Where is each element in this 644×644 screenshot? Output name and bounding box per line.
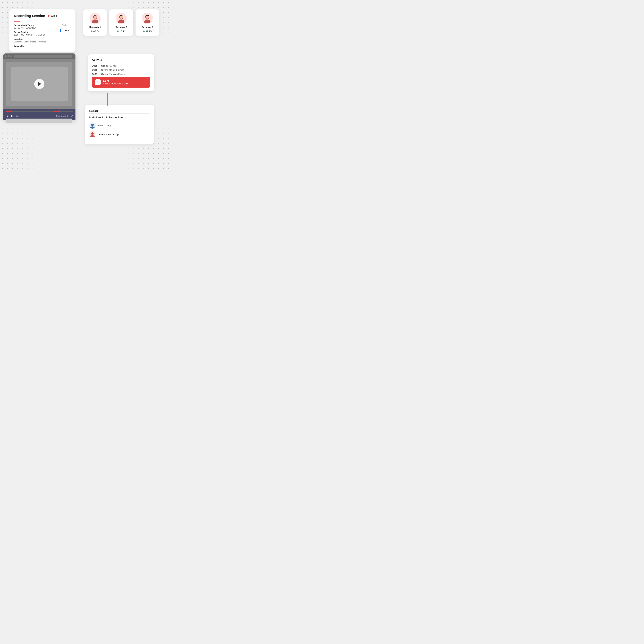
report-group-admin: Admin Group xyxy=(89,122,150,129)
video-screen xyxy=(3,59,75,109)
activity-time-1: 04:15 xyxy=(92,65,97,67)
reviewer-1-name: Reviewer 1 xyxy=(87,26,103,28)
dev-group-avatar xyxy=(89,131,96,137)
reviewer-1-status-dot xyxy=(91,31,92,32)
svg-point-16 xyxy=(91,132,94,135)
fullscreen-button[interactable]: ⤢ xyxy=(71,114,73,118)
reviewer-card-3: Reviewer 3 01:25 xyxy=(136,9,159,36)
report-underline xyxy=(89,113,150,114)
forward-button[interactable]: » xyxy=(16,114,19,118)
activity-alert: ! 04:21 Clicked on Malicious Link xyxy=(92,77,150,88)
dev-group-name: Development Group xyxy=(97,133,119,136)
avatar-2-icon xyxy=(117,14,126,23)
activity-title: Activity xyxy=(92,58,150,61)
report-card: Report Malicious Link Report Sent Admin … xyxy=(85,105,154,144)
video-base xyxy=(6,119,72,123)
activity-item-3: 04:17 – Clicked "Session Monitor" xyxy=(92,73,150,75)
reviewer-3-name: Reviewer 3 xyxy=(139,26,155,28)
reviewer-card-2: Reviewer 2 10:11 xyxy=(109,9,133,36)
dev-group-icon xyxy=(89,131,96,137)
reviewer-2-status-dot xyxy=(117,31,119,32)
reviewer-1-time: 08:04 xyxy=(87,30,103,33)
connector-line-1 xyxy=(77,24,86,24)
reviewer-2-time-value: 10:11 xyxy=(119,30,125,33)
jira-icon xyxy=(58,28,63,33)
activity-time-2: 04:16 xyxy=(92,69,97,71)
reviewer-3-status-dot xyxy=(143,31,145,32)
avatar-3-icon xyxy=(143,14,152,23)
avatar-1-icon xyxy=(90,14,100,23)
window-dot-2 xyxy=(8,55,9,57)
jira-text: JIRA xyxy=(64,29,69,32)
activity-desc-3: Clicked "Session Monitor" xyxy=(101,73,126,75)
session-label: Session Start Time – xyxy=(14,24,56,26)
reviewer-1-avatar xyxy=(89,13,101,24)
info-left: Session Start Time – 09 : 32 AM – 08/03/… xyxy=(14,24,56,47)
reviewers-section: Reviewer 1 08:04 Reviewer 2 10:11 xyxy=(83,9,159,36)
recording-header: Recording Session 10:53 xyxy=(14,14,71,18)
report-group-dev: Development Group xyxy=(89,131,150,137)
rewind-button[interactable]: « xyxy=(6,114,8,118)
reviewer-2-avatar xyxy=(116,13,127,24)
report-title: Report xyxy=(89,109,150,113)
entry-url-label: Entry URL: xyxy=(14,45,56,47)
skip-inactivity-button[interactable]: Skip Inactivity xyxy=(56,115,69,117)
report-subtitle: Malicious Link Report Sent xyxy=(89,116,150,119)
activity-desc-1: Clicked <a> tag xyxy=(101,65,117,67)
admin-group-icon xyxy=(89,122,96,129)
app-label: Application xyxy=(56,24,71,26)
reviewer-3-avatar xyxy=(142,13,153,24)
alert-icon-box: ! xyxy=(95,79,101,85)
play-button[interactable] xyxy=(34,79,44,89)
activity-desc-2: Cursor Idle for 1 minute xyxy=(101,69,124,71)
recording-time: 10:53 xyxy=(50,14,57,17)
url-bar[interactable] xyxy=(14,55,72,58)
location-value: California, United States of America xyxy=(14,41,56,43)
alert-text: 04:21 Clicked on Malicious Link xyxy=(103,80,128,85)
recording-indicator xyxy=(48,15,50,17)
reviewer-2-time: 10:11 xyxy=(113,30,129,33)
play-triangle-icon xyxy=(38,82,41,86)
exclamation-icon: ! xyxy=(97,81,98,84)
video-buttons: « ▶ » Skip Inactivity ⤢ xyxy=(6,114,73,118)
location-label: Location: xyxy=(14,38,56,40)
activity-item-2: 04:16 – Cursor Idle for 1 minute xyxy=(92,69,150,71)
device-label: Device Details xyxy=(14,31,56,33)
recording-underline xyxy=(14,21,20,22)
video-top-bar xyxy=(3,53,75,59)
reviewer-3-time-value: 01:25 xyxy=(146,30,152,33)
progress-bar[interactable] xyxy=(6,111,73,112)
play-pause-button[interactable]: ▶ xyxy=(10,114,14,118)
reviewer-card-1: Reviewer 1 08:04 xyxy=(83,9,107,36)
jira-badge: JIRA xyxy=(56,27,71,34)
activity-card: Activity 04:15 – Clicked <a> tag 04:16 –… xyxy=(88,54,154,91)
device-value: 1728 x 896 – Chrome – MacOS 10... xyxy=(14,34,56,36)
admin-group-name: Admin Group xyxy=(97,124,111,127)
recording-info-row: Session Start Time – 09 : 32 AM – 08/03/… xyxy=(14,24,71,47)
recording-session-card: Recording Session 10:53 Session Start Ti… xyxy=(9,9,75,52)
reviewer-3-time: 01:25 xyxy=(139,30,155,33)
window-dot-1 xyxy=(5,55,7,57)
app-section: Application JIRA xyxy=(56,24,71,34)
reviewer-2-name: Reviewer 2 xyxy=(113,26,129,28)
vertical-connector xyxy=(107,93,108,106)
activity-time-3: 04:17 xyxy=(92,73,97,75)
activity-item-1: 04:15 – Clicked <a> tag xyxy=(92,65,150,67)
recording-time-badge: 10:53 xyxy=(48,14,57,17)
alert-time: 04:21 xyxy=(103,80,128,82)
alert-desc: Clicked on Malicious Link xyxy=(103,82,128,85)
video-player: « ▶ » Skip Inactivity ⤢ xyxy=(3,53,75,120)
window-dot-3 xyxy=(10,55,12,57)
recording-title: Recording Session xyxy=(14,14,45,18)
session-time: 09 : 32 AM – 08/03/2024 xyxy=(14,27,56,29)
admin-group-avatar xyxy=(89,122,96,129)
svg-point-13 xyxy=(91,124,94,126)
progress-dot-start xyxy=(10,110,12,112)
progress-dot-end xyxy=(58,110,60,112)
reviewer-1-time-value: 08:04 xyxy=(93,30,99,33)
